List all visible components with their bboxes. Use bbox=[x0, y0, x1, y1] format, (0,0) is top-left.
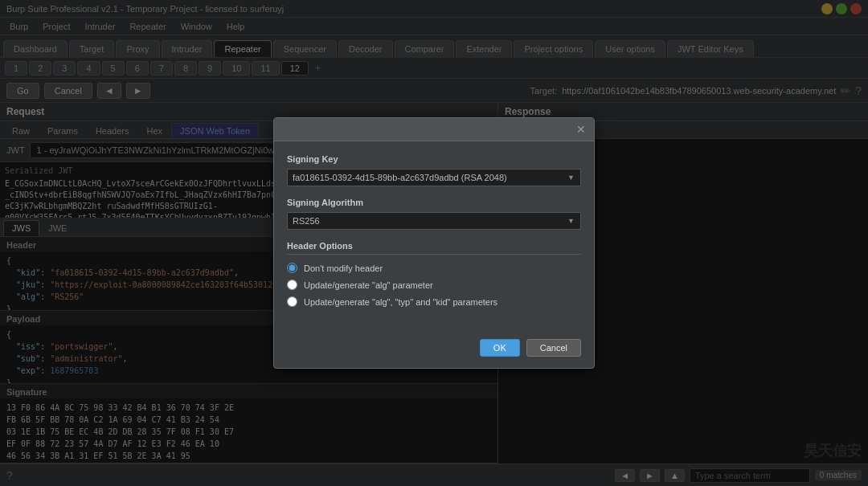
sign-dialog: ✕ Signing Key fa018615-0392-4d15-89bb-a2… bbox=[273, 117, 595, 369]
radio-dont-modify-label: Don't modify header bbox=[304, 263, 383, 273]
modal-ok-button[interactable]: OK bbox=[480, 339, 520, 357]
modal-overlay: ✕ Signing Key fa018615-0392-4d15-89bb-a2… bbox=[0, 0, 868, 486]
signing-key-label: Signing Key bbox=[287, 154, 581, 164]
radio-update-alg[interactable]: Update/generate "alg" parameter bbox=[287, 280, 581, 290]
modal-close-icon[interactable]: ✕ bbox=[576, 123, 586, 136]
signing-algorithm-select-wrapper: RS256 bbox=[287, 212, 581, 230]
modal-cancel-button[interactable]: Cancel bbox=[526, 339, 581, 357]
radio-dont-modify-input[interactable] bbox=[287, 263, 297, 273]
header-options-title: Header Options bbox=[287, 241, 581, 255]
radio-update-alg-label: Update/generate "alg" parameter bbox=[304, 280, 433, 290]
header-options-radio-group: Don't modify header Update/generate "alg… bbox=[287, 263, 581, 307]
modal-footer: OK Cancel bbox=[274, 333, 594, 368]
signing-key-select[interactable]: fa018615-0392-4d15-89bb-a2c637d9adbd (RS… bbox=[287, 169, 581, 186]
radio-update-all[interactable]: Update/generate "alg", "typ" and "kid" p… bbox=[287, 296, 581, 307]
radio-update-all-input[interactable] bbox=[287, 296, 297, 307]
radio-dont-modify[interactable]: Don't modify header bbox=[287, 263, 581, 273]
radio-update-all-label: Update/generate "alg", "typ" and "kid" p… bbox=[304, 297, 497, 307]
signing-algorithm-label: Signing Algorithm bbox=[287, 198, 581, 207]
signing-algorithm-select[interactable]: RS256 bbox=[287, 212, 581, 230]
modal-body: Signing Key fa018615-0392-4d15-89bb-a2c6… bbox=[274, 141, 594, 333]
modal-title-bar: ✕ bbox=[274, 118, 594, 141]
signing-key-select-wrapper: fa018615-0392-4d15-89bb-a2c637d9adbd (RS… bbox=[287, 169, 581, 186]
radio-update-alg-input[interactable] bbox=[287, 280, 297, 290]
